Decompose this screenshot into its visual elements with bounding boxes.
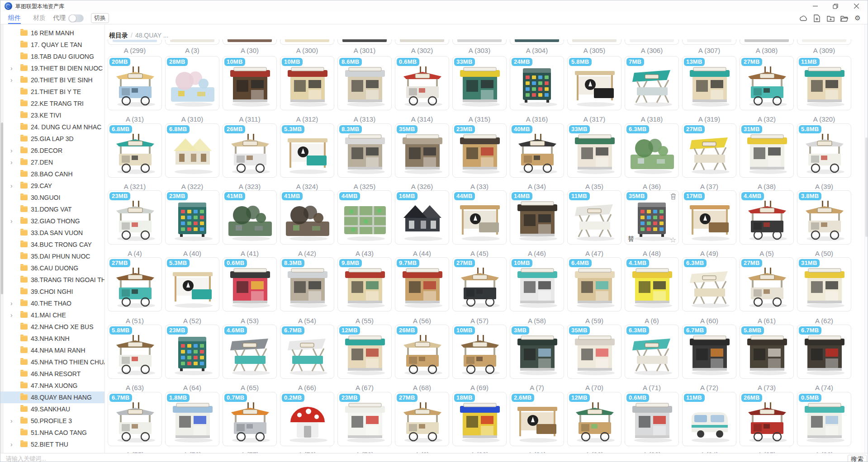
asset-card[interactable]: 6.3MB xyxy=(625,123,679,178)
sidebar-item-30-nguoi[interactable]: 30.NGUOI xyxy=(0,192,104,203)
asset-card[interactable]: 3MB xyxy=(510,325,564,379)
sidebar-item-40-the-thao[interactable]: ›40.THE THAO xyxy=(0,297,104,309)
asset-card[interactable]: 33MB xyxy=(567,123,621,178)
sidebar-item-36-cau-duong[interactable]: 36.CAU DUONG xyxy=(0,262,104,274)
delete-trash-icon[interactable] xyxy=(670,193,676,202)
sidebar-item-38-trang-tri-ngoai-that[interactable]: 38.TRANG TRI NGOAI THAT xyxy=(0,274,104,286)
expand-chevron-icon[interactable]: › xyxy=(10,74,13,86)
sidebar-item-23-ke-tivi[interactable]: 23.KE TIVI xyxy=(0,109,104,121)
sidebar-item-44-nha-mai-ranh[interactable]: 44.NHA MAI RANH xyxy=(0,344,104,356)
asset-card[interactable]: 27MB xyxy=(740,56,794,110)
asset-card[interactable]: 5.8MB xyxy=(567,56,621,110)
asset-card[interactable]: 23MB xyxy=(337,392,392,446)
asset-card[interactable]: 27MB xyxy=(682,123,736,178)
sidebar-item-34-buc-trong-cay[interactable]: 34.BUC TRONG CAY xyxy=(0,239,104,250)
expand-chevron-icon[interactable]: › xyxy=(10,297,13,309)
sidebar-item-24-dung-cu-am-nhac[interactable]: 24. DUNG CU AM NHAC xyxy=(0,121,104,133)
partial-card[interactable] xyxy=(280,39,334,45)
asset-card[interactable]: 6.8MB xyxy=(165,123,219,178)
expand-chevron-icon[interactable]: › xyxy=(10,62,13,74)
asset-card[interactable]: 27MB xyxy=(740,257,794,311)
expand-chevron-icon[interactable]: › xyxy=(10,415,13,427)
partial-card[interactable] xyxy=(337,39,392,45)
asset-card[interactable]: 4.1MB xyxy=(625,257,679,311)
partial-card[interactable] xyxy=(740,39,794,45)
asset-card[interactable]: 0.2MB xyxy=(280,392,334,446)
sidebar-item-51-nha-cao-tang[interactable]: 51.NHA CAO TANG xyxy=(0,427,104,438)
asset-card[interactable]: 35MB 替☆ xyxy=(625,190,679,245)
sidebar-item-42-nha-cho-xe-bus[interactable]: 42.NHA CHO XE BUS xyxy=(0,321,104,333)
asset-card[interactable]: 5.3MB xyxy=(280,123,334,178)
sidebar-item-28-bao-canh[interactable]: 28.BAO CANH xyxy=(0,168,104,180)
asset-card[interactable]: 26MB xyxy=(223,123,277,178)
asset-card[interactable]: 20MB xyxy=(108,56,162,110)
asset-card[interactable]: 10MB xyxy=(223,56,277,110)
sidebar-item-48-quay-ban-hang[interactable]: 48.QUAY BAN HANG xyxy=(0,391,104,403)
asset-card[interactable]: 6.7MB xyxy=(797,325,851,379)
asset-card[interactable]: 4.6MB xyxy=(223,325,277,379)
expand-chevron-icon[interactable]: › xyxy=(10,438,13,450)
content-scrollbar-thumb[interactable] xyxy=(865,137,868,237)
sidebar-item-26-decor[interactable]: ›26.DECOR xyxy=(0,145,104,156)
asset-card[interactable]: 6.3MB xyxy=(625,325,679,379)
sidebar-item-22-ke-trang-tri[interactable]: 22.KE TRANG TRI xyxy=(0,98,104,109)
asset-card[interactable]: 11MB xyxy=(682,392,736,446)
partial-card[interactable] xyxy=(108,39,162,45)
partial-card[interactable] xyxy=(682,39,736,45)
asset-card[interactable]: 6.7MB xyxy=(682,325,736,379)
sidebar-item-50-profile-3[interactable]: ›50.PROFILE 3 xyxy=(0,415,104,427)
asset-card[interactable]: 40MB xyxy=(510,123,564,178)
asset-card[interactable]: 0.7MB xyxy=(223,392,277,446)
breadcrumb-root[interactable]: 根目录 xyxy=(109,32,128,39)
partial-card[interactable] xyxy=(510,39,564,45)
tab-materials[interactable]: 材质 xyxy=(33,12,46,24)
asset-card[interactable]: 41MB xyxy=(280,190,334,245)
asset-card[interactable]: 0.5MB xyxy=(797,392,851,446)
sidebar-item-29-cay[interactable]: ›29.CAY xyxy=(0,180,104,192)
tab-proxy[interactable]: 代理 xyxy=(53,12,66,24)
expand-chevron-icon[interactable]: › xyxy=(10,145,13,156)
asset-card[interactable]: 12MB xyxy=(567,392,621,446)
asset-card[interactable]: 28MB xyxy=(165,56,219,110)
sidebar-item-45-nha-tho-thien-chua[interactable]: 45.NHA THO THIEN CHUA xyxy=(0,356,104,368)
asset-card[interactable]: 31MB xyxy=(740,123,794,178)
partial-card[interactable] xyxy=(395,39,449,45)
sidebar-item-35-dai-phun-nuoc[interactable]: 35.DAI PHUN NUOC xyxy=(0,250,104,262)
asset-card[interactable]: 44MB xyxy=(452,190,507,245)
asset-card[interactable]: 4.4MB xyxy=(740,190,794,245)
sidebar-item-18-tab-dau-giuong[interactable]: 18.TAB DAU GIUONG xyxy=(0,51,104,62)
settings-gear-icon[interactable]: ⚙ xyxy=(853,14,862,23)
partial-card[interactable] xyxy=(223,39,277,45)
replace-tag-button[interactable]: 替 xyxy=(628,235,634,243)
asset-card[interactable]: 6.3MB xyxy=(682,257,736,311)
asset-card[interactable]: 6.7MB xyxy=(280,325,334,379)
asset-card[interactable]: 18MB xyxy=(452,392,507,446)
asset-card[interactable]: 10MB xyxy=(510,257,564,311)
partial-card[interactable] xyxy=(452,39,507,45)
asset-card[interactable]: 44MB xyxy=(337,190,392,245)
favorite-star-icon[interactable]: ☆ xyxy=(670,236,676,244)
asset-card[interactable]: 9.8MB xyxy=(337,257,392,311)
tab-components[interactable]: 组件 xyxy=(8,12,21,24)
partial-card[interactable] xyxy=(797,39,851,45)
asset-card[interactable]: 23MB xyxy=(108,190,162,245)
sidebar-item-27-den[interactable]: ›27.DEN xyxy=(0,156,104,168)
asset-card[interactable]: 6.4MB xyxy=(567,257,621,311)
asset-card[interactable]: 10MB xyxy=(452,325,507,379)
expand-chevron-icon[interactable]: › xyxy=(10,156,13,168)
sidebar-item-31-dong-vat[interactable]: 31.DONG VAT xyxy=(0,203,104,215)
sidebar-item-21-thiet-bi-y-te[interactable]: 21.THIET BI Y TE xyxy=(0,86,104,98)
asset-card[interactable]: 8.6MB xyxy=(337,56,392,110)
asset-card[interactable]: 5.3MB xyxy=(165,257,219,311)
asset-card[interactable]: 10MB xyxy=(280,56,334,110)
asset-card[interactable]: 11MB xyxy=(567,190,621,245)
sidebar-item-32-giao-thong[interactable]: ›32.GIAO THONG xyxy=(0,215,104,227)
sidebar-item-43-nha-kinh[interactable]: 43.NHA KINH xyxy=(0,333,104,344)
asset-card[interactable]: 5.8MB xyxy=(108,325,162,379)
expand-chevron-icon[interactable]: › xyxy=(10,215,13,227)
asset-card[interactable]: 23MB xyxy=(165,325,219,379)
asset-card[interactable]: 27MB xyxy=(108,257,162,311)
asset-card[interactable]: 5.8MB xyxy=(797,123,851,178)
sidebar-item-25-gia-lap-3d[interactable]: 25.GIA LAP 3D xyxy=(0,133,104,145)
search-input[interactable] xyxy=(6,454,730,462)
